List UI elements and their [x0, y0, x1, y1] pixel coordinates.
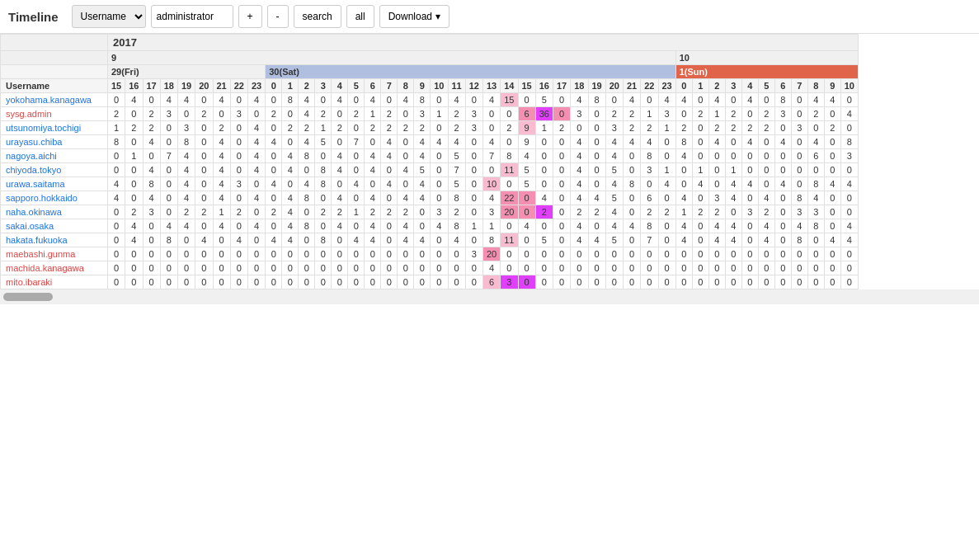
cell-fri-7: 0	[230, 275, 247, 289]
cell-sun-6: 0	[774, 247, 791, 261]
cell-sun-2: 4	[708, 135, 725, 149]
cell-sat-12: 0	[465, 177, 482, 191]
cell-sat-5: 0	[348, 275, 365, 289]
cell-fri-5: 0	[195, 261, 213, 275]
cell-fri-8: 4	[248, 191, 266, 205]
hour-header-19-4: 19	[178, 79, 195, 93]
cell-sun-10: 0	[840, 93, 858, 107]
cell-sat-20: 5	[605, 191, 623, 205]
cell-sat-18: 4	[571, 219, 588, 233]
cell-fri-2: 3	[143, 205, 160, 219]
cell-sat-2: 4	[299, 93, 315, 107]
cell-sat-21: 0	[624, 163, 641, 177]
cell-sat-17: 0	[553, 191, 571, 205]
user-link-sapporo.hokkaido[interactable]: sapporo.hokkaido	[6, 193, 78, 203]
user-link-urayasu.chiba[interactable]: urayasu.chiba	[6, 137, 63, 147]
filter-type-select[interactable]: Username	[72, 5, 146, 28]
cell-sat-5: 0	[348, 163, 365, 177]
cell-fri-3: 0	[160, 247, 177, 261]
cell-fri-3: 4	[160, 93, 177, 107]
user-link-machida.kanagawa[interactable]: machida.kanagawa	[6, 263, 84, 273]
all-button[interactable]: all	[346, 5, 374, 28]
scrollbar-thumb[interactable]	[3, 293, 53, 301]
filter-value-input[interactable]	[151, 5, 233, 28]
cell-sat-14: 11	[501, 163, 518, 177]
hour-header-21-30: 21	[624, 79, 641, 93]
user-link-utsunomiya.tochigi[interactable]: utsunomiya.tochigi	[6, 123, 81, 133]
cell-sat-23: 2	[658, 205, 675, 219]
cell-fri-4: 4	[178, 191, 195, 205]
hour-header-8-17: 8	[398, 79, 414, 93]
cell-sat-9: 8	[414, 93, 431, 107]
hour-header-1-34: 1	[692, 79, 708, 93]
user-link-naha.okinawa[interactable]: naha.okinawa	[6, 207, 62, 217]
cell-fri-0: 8	[108, 135, 125, 149]
cell-fri-0: 0	[108, 261, 125, 275]
user-link-sysg.admin[interactable]: sysg.admin	[6, 109, 52, 119]
cell-sat-12: 0	[465, 233, 482, 247]
cell-sat-14: 22	[501, 191, 518, 205]
user-link-sakai.osaka[interactable]: sakai.osaka	[6, 221, 54, 231]
cell-sat-14: 3	[501, 275, 518, 289]
hour-header-17-2: 17	[143, 79, 160, 93]
user-link-mito.ibaraki[interactable]: mito.ibaraki	[6, 277, 52, 287]
cell-sat-16: 4	[535, 191, 553, 205]
cell-fri-6: 4	[213, 219, 230, 233]
cell-sat-0: 4	[266, 233, 282, 247]
cell-sat-13: 0	[483, 107, 501, 121]
cell-fri-4: 2	[178, 205, 195, 219]
cell-sun-10: 0	[840, 121, 858, 135]
cell-sat-20: 2	[605, 107, 623, 121]
cell-sun-0: 4	[675, 191, 692, 205]
cell-sat-20: 0	[605, 275, 623, 289]
user-link-urawa.saitama[interactable]: urawa.saitama	[6, 179, 65, 189]
user-link-yokohama.kanagawa[interactable]: yokohama.kanagawa	[6, 95, 92, 105]
cell-sat-7: 2	[381, 121, 398, 135]
cell-sun-8: 0	[807, 261, 824, 275]
cell-sat-20: 0	[605, 261, 623, 275]
table-row: yokohama.kanagawa04044040408404040480404…	[1, 93, 859, 107]
cell-sun-5: 2	[758, 107, 774, 121]
hour-header-10-43: 10	[840, 79, 858, 93]
search-button[interactable]: search	[294, 5, 341, 28]
cell-sat-1: 4	[282, 233, 299, 247]
cell-sun-8: 2	[807, 107, 824, 121]
user-link-maebashi.gunma[interactable]: maebashi.gunma	[6, 249, 75, 259]
cell-sat-9: 4	[414, 191, 431, 205]
cell-sun-4: 0	[741, 191, 758, 205]
cell-fri-2: 0	[143, 149, 160, 163]
cell-sat-17: 0	[553, 219, 571, 233]
cell-sat-1: 0	[282, 275, 299, 289]
cell-sat-5: 0	[348, 121, 365, 135]
table-row: hakata.fukuoka04080404044080440440408110…	[1, 233, 859, 247]
user-link-nagoya.aichi[interactable]: nagoya.aichi	[6, 151, 57, 161]
cell-sun-8: 4	[807, 93, 824, 107]
download-button[interactable]: Download ▾	[379, 5, 449, 28]
scrollbar-area[interactable]	[0, 289, 979, 304]
cell-sun-2: 0	[708, 177, 725, 191]
cell-sat-3: 1	[315, 121, 332, 135]
cell-sat-10: 0	[431, 233, 448, 247]
cell-sat-14: 8	[501, 149, 518, 163]
cell-fri-2: 0	[143, 275, 160, 289]
cell-sat-20: 3	[605, 121, 623, 135]
cell-fri-3: 0	[160, 275, 177, 289]
cell-sat-13: 4	[483, 135, 501, 149]
cell-sat-4: 4	[332, 149, 348, 163]
cell-sat-7: 0	[381, 191, 398, 205]
cell-sat-18: 4	[571, 233, 588, 247]
cell-sat-22: 0	[641, 261, 658, 275]
cell-sat-16: 0	[535, 177, 553, 191]
cell-sat-8: 4	[398, 163, 414, 177]
cell-sun-7: 0	[791, 261, 807, 275]
user-link-hakata.fukuoka[interactable]: hakata.fukuoka	[6, 235, 68, 245]
cell-sat-20: 4	[605, 135, 623, 149]
cell-sat-15: 4	[518, 149, 535, 163]
cell-sat-7: 0	[381, 261, 398, 275]
add-button[interactable]: +	[238, 5, 262, 28]
user-link-chiyoda.tokyo[interactable]: chiyoda.tokyo	[6, 165, 61, 175]
remove-button[interactable]: -	[267, 5, 289, 28]
cell-sun-0: 4	[675, 233, 692, 247]
cell-fri-5: 0	[195, 93, 213, 107]
cell-sat-19: 0	[588, 121, 605, 135]
